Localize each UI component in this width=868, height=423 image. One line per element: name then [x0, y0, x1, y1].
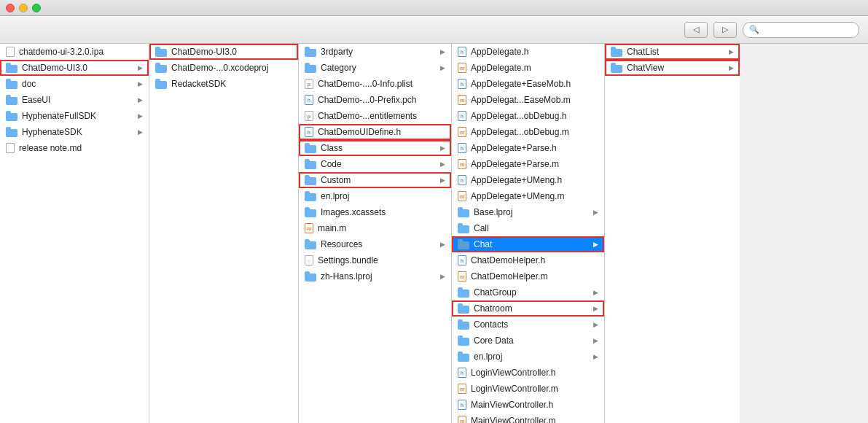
list-item[interactable]: release note.md — [0, 140, 149, 156]
minimize-button[interactable] — [19, 4, 28, 12]
chevron-right-icon: ▶ — [138, 96, 143, 104]
item-label: Class — [321, 143, 438, 153]
item-label: MainViewController.h — [471, 400, 598, 410]
list-item[interactable]: ChatDemo-UI3.0 — [149, 44, 298, 60]
file-icon: h — [458, 111, 466, 121]
folder-icon — [6, 95, 17, 105]
file-icon: p — [305, 111, 313, 121]
item-label: chatdemo-ui-3.2.0.ipa — [19, 47, 143, 57]
list-item[interactable]: ChatDemo-...0.xcodeproj — [149, 60, 298, 76]
list-item[interactable]: mmain.m — [299, 220, 451, 236]
item-label: ChatDemo-...0-Prefix.pch — [318, 95, 445, 105]
item-label: Resources — [321, 239, 438, 249]
list-item[interactable]: Call — [452, 220, 604, 236]
list-item[interactable]: hLoginViewController.h — [452, 365, 604, 381]
forward-icon: ▷ — [722, 25, 728, 34]
item-label: ChatDemo-UI3.0 — [171, 47, 292, 57]
window-controls — [6, 4, 41, 12]
chevron-right-icon: ▶ — [440, 273, 445, 280]
folder-icon — [6, 127, 17, 137]
forward-button[interactable]: ▷ — [713, 22, 737, 38]
list-item[interactable]: en.lproj — [299, 188, 451, 204]
list-item[interactable]: mLoginViewController.m — [452, 381, 604, 397]
list-item[interactable]: doc▶ — [0, 76, 149, 92]
file-icon: h — [305, 127, 313, 137]
list-item[interactable]: Chat▶ — [452, 236, 604, 252]
file-icon: h — [458, 47, 466, 57]
search-box[interactable]: 🔍 — [743, 22, 859, 38]
chevron-right-icon: ▶ — [593, 209, 598, 216]
file-icon: m — [458, 384, 466, 394]
list-item[interactable]: EaseUI▶ — [0, 92, 149, 108]
list-item[interactable]: HyphenateFullSDK▶ — [0, 108, 149, 124]
list-item[interactable]: mAppDelegate.m — [452, 60, 604, 76]
list-item[interactable]: pChatDemo-....0-Info.plist — [299, 76, 451, 92]
item-label: Chatroom — [474, 303, 591, 314]
item-label: Core Data — [474, 335, 591, 346]
list-item[interactable]: Resources▶ — [299, 236, 451, 252]
list-item[interactable]: en.lproj▶ — [452, 349, 604, 365]
list-item[interactable]: ChatView▶ — [605, 60, 740, 76]
list-item[interactable]: 3rdparty▶ — [299, 44, 451, 60]
chevron-right-icon: ▶ — [440, 241, 445, 248]
list-item[interactable]: mAppDelegat...obDebug.m — [452, 124, 604, 140]
list-item[interactable]: hAppDelegat...obDebug.h — [452, 108, 604, 124]
list-item[interactable]: hAppDelegate+Parse.h — [452, 140, 604, 156]
item-label: AppDelegat...EaseMob.m — [471, 95, 598, 105]
list-item[interactable]: Base.lproj▶ — [452, 204, 604, 220]
list-item[interactable]: mMainViewController.m — [452, 413, 604, 423]
list-item[interactable]: ○Settings.bundle — [299, 252, 451, 268]
list-item[interactable]: ChatList▶ — [605, 44, 740, 60]
item-label: AppDelegate+Parse.h — [471, 143, 598, 153]
list-item[interactable]: mAppDelegat...EaseMob.m — [452, 92, 604, 108]
list-item[interactable]: Contacts▶ — [452, 317, 604, 333]
list-item[interactable]: Chatroom▶ — [452, 300, 604, 317]
folder-icon — [305, 159, 316, 169]
list-item[interactable]: ChatGroup▶ — [452, 284, 604, 300]
list-item[interactable]: HyphenateSDK▶ — [0, 124, 149, 140]
list-item[interactable]: hChatDemoHelper.h — [452, 252, 604, 268]
item-label: Contacts — [474, 319, 591, 330]
file-icon: m — [305, 223, 313, 233]
file-icon: m — [458, 127, 466, 137]
list-item[interactable]: Custom▶ — [299, 172, 451, 188]
list-item[interactable]: ChatDemo-UI3.0▶ — [0, 60, 149, 76]
item-label: ChatList — [627, 47, 727, 57]
list-item[interactable]: Images.xcassets — [299, 204, 451, 220]
item-label: main.m — [318, 223, 445, 233]
list-item[interactable]: hChatDemo-...0-Prefix.pch — [299, 92, 451, 108]
list-item[interactable]: mAppDelegate+Parse.m — [452, 156, 604, 172]
close-button[interactable] — [6, 4, 15, 12]
item-label: ChatView — [627, 63, 727, 73]
list-item[interactable]: hChatDemoUIDefine.h — [299, 124, 451, 140]
list-item[interactable]: hMainViewController.h — [452, 397, 604, 413]
folder-icon — [6, 63, 17, 73]
folder-icon — [305, 47, 316, 57]
list-item[interactable]: RedacketSDK — [149, 76, 298, 92]
list-item[interactable]: chatdemo-ui-3.2.0.ipa — [0, 44, 149, 60]
item-label: en.lproj — [321, 191, 445, 201]
chevron-right-icon: ▶ — [138, 112, 143, 120]
file-icon: ○ — [305, 255, 313, 265]
file-icon: h — [458, 79, 466, 89]
list-item[interactable]: mChatDemoHelper.m — [452, 268, 604, 284]
list-item[interactable]: Class▶ — [299, 140, 451, 156]
list-item[interactable]: mAppDelegate+UMeng.m — [452, 188, 604, 204]
list-item[interactable]: Core Data▶ — [452, 333, 604, 349]
list-item[interactable]: hAppDelegate+EaseMob.h — [452, 76, 604, 92]
list-item[interactable]: pChatDemo-...entitlements — [299, 108, 451, 124]
list-item[interactable]: zh-Hans.lproj▶ — [299, 268, 451, 284]
list-item[interactable]: Code▶ — [299, 156, 451, 172]
list-item[interactable]: hAppDelegate+UMeng.h — [452, 172, 604, 188]
item-label: en.lproj — [474, 352, 591, 362]
maximize-button[interactable] — [32, 4, 41, 12]
column-4: hAppDelegate.hmAppDelegate.mhAppDelegate… — [452, 44, 605, 423]
list-item[interactable]: hAppDelegate.h — [452, 44, 604, 60]
finder-body: chatdemo-ui-3.2.0.ipaChatDemo-UI3.0▶doc▶… — [0, 44, 868, 423]
back-button[interactable]: ◁ — [684, 22, 708, 38]
chevron-right-icon: ▶ — [440, 48, 445, 55]
item-label: Images.xcassets — [321, 207, 445, 217]
list-item[interactable]: Category▶ — [299, 60, 451, 76]
file-icon: p — [305, 79, 313, 89]
item-label: MainViewController.m — [471, 416, 598, 423]
